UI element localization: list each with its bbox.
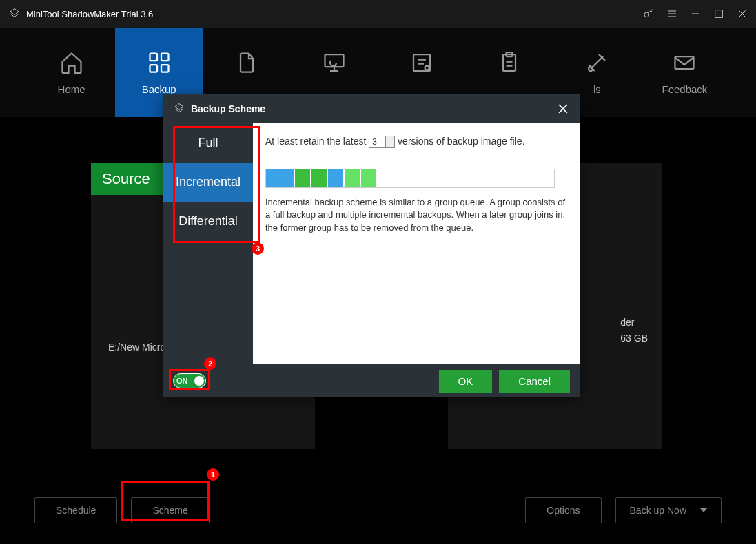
- dest-folder-text: der: [620, 315, 648, 330]
- tab-incremental[interactable]: Incremental: [163, 163, 253, 202]
- svg-rect-2: [150, 53, 157, 61]
- svg-rect-5: [161, 65, 169, 72]
- schedule-button[interactable]: Schedule: [34, 497, 117, 523]
- menu-icon[interactable]: [666, 8, 677, 19]
- nav-home[interactable]: Home: [28, 28, 115, 117]
- svg-rect-3: [161, 53, 169, 61]
- retain-spinner[interactable]: 3 ▲▼: [369, 136, 395, 148]
- scheme-description: Incremental backup scheme is similar to …: [265, 196, 567, 234]
- nav-label: [333, 83, 336, 95]
- toggle-label: ON: [176, 377, 188, 385]
- footer: Schedule Scheme Options Back up Now: [0, 497, 756, 523]
- dialog-footer: ON OK Cancel: [163, 364, 580, 397]
- nav-label: [420, 83, 423, 95]
- file-sync-icon: [234, 50, 259, 75]
- key-icon[interactable]: [643, 8, 654, 19]
- ok-button[interactable]: OK: [439, 370, 493, 393]
- callout-1: 1: [207, 468, 219, 481]
- svg-rect-4: [150, 65, 157, 72]
- nav-label: ls: [593, 83, 601, 95]
- backup-icon: [147, 50, 172, 75]
- nav-feedback[interactable]: Feedback: [641, 28, 728, 117]
- home-icon: [59, 50, 84, 75]
- titlebar-controls: [643, 8, 748, 19]
- maximize-icon[interactable]: [713, 8, 724, 19]
- nav-label: Home: [58, 83, 85, 95]
- backup-now-button[interactable]: Back up Now: [615, 497, 722, 523]
- svg-rect-1: [715, 10, 723, 18]
- nav-label: [508, 83, 511, 95]
- svg-rect-12: [675, 56, 694, 69]
- monitor-sync-icon: [322, 50, 347, 75]
- callout-2: 2: [204, 357, 216, 370]
- dialog-close-icon[interactable]: [556, 102, 570, 116]
- dialog-header: Backup Scheme: [163, 94, 580, 123]
- retain-value: 3: [372, 137, 377, 147]
- queue-visualization: [265, 169, 555, 188]
- scheme-icon: [173, 103, 185, 115]
- dest-size-text: 63 GB: [620, 331, 648, 346]
- options-button[interactable]: Options: [525, 497, 601, 523]
- list-gear-icon: [409, 50, 434, 75]
- scheme-tabs: Full Incremental Differential: [163, 123, 253, 364]
- callout-3: 3: [252, 242, 264, 255]
- backup-scheme-dialog: Backup Scheme Full Incremental Different…: [163, 94, 580, 397]
- chevron-down-icon: [700, 508, 707, 512]
- titlebar: MiniTool ShadowMaker Trial 3.6: [0, 0, 756, 28]
- tab-differential[interactable]: Differential: [163, 202, 253, 241]
- close-icon[interactable]: [737, 8, 748, 19]
- retain-prefix: At least retain the latest: [265, 136, 366, 147]
- app-logo-icon: [8, 8, 21, 20]
- cancel-button[interactable]: Cancel: [499, 370, 570, 393]
- scheme-toggle[interactable]: ON: [173, 373, 206, 388]
- svg-rect-7: [413, 54, 430, 71]
- toggle-knob: [194, 376, 204, 386]
- app-title: MiniTool ShadowMaker Trial 3.6: [26, 9, 643, 19]
- dialog-title: Backup Scheme: [191, 103, 265, 114]
- tab-full[interactable]: Full: [163, 123, 253, 163]
- retain-suffix: versions of backup image file.: [398, 136, 524, 147]
- envelope-icon: [672, 50, 697, 75]
- nav-label: Feedback: [662, 83, 708, 95]
- minimize-icon[interactable]: [690, 8, 701, 19]
- svg-rect-6: [325, 54, 343, 67]
- source-path: E:/New Micros: [108, 342, 170, 353]
- scheme-content: At least retain the latest 3 ▲▼ versions…: [253, 123, 580, 364]
- clipboard-icon: [497, 50, 522, 75]
- nav-label: [245, 83, 248, 95]
- backup-now-label: Back up Now: [630, 505, 686, 516]
- nav-label: Backup: [142, 83, 176, 95]
- tools-icon: [584, 50, 609, 75]
- svg-point-8: [425, 65, 429, 70]
- scheme-button[interactable]: Scheme: [131, 497, 209, 523]
